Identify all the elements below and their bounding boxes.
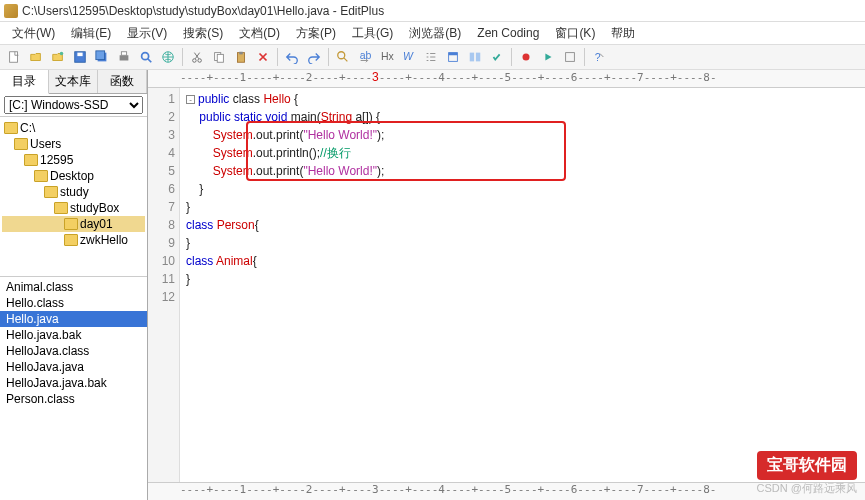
- hex-icon[interactable]: Hx: [377, 47, 397, 67]
- svg-point-17: [338, 52, 345, 59]
- file-item[interactable]: Animal.class: [0, 279, 147, 295]
- toolbar-sep: [182, 48, 183, 66]
- save-icon[interactable]: [70, 47, 90, 67]
- open-icon[interactable]: [26, 47, 46, 67]
- title-bar: C:\Users\12595\Desktop\study\studyBox\da…: [0, 0, 865, 22]
- svg-point-1: [60, 52, 64, 56]
- redo-icon[interactable]: [304, 47, 324, 67]
- file-list[interactable]: Animal.classHello.classHello.javaHello.j…: [0, 277, 147, 500]
- code-content[interactable]: -public class Hello { public static void…: [180, 88, 384, 482]
- file-item[interactable]: HelloJava.java: [0, 359, 147, 375]
- tree-node[interactable]: study: [2, 184, 145, 200]
- file-item[interactable]: Hello.java.bak: [0, 327, 147, 343]
- help-icon[interactable]: ?: [589, 47, 609, 67]
- delete-icon[interactable]: [253, 47, 273, 67]
- fold-icon[interactable]: -: [186, 95, 195, 104]
- macro-icon[interactable]: [560, 47, 580, 67]
- svg-rect-6: [120, 55, 129, 60]
- menu-doc[interactable]: 文档(D): [233, 23, 286, 44]
- tree-label: Users: [30, 137, 61, 151]
- svg-rect-3: [77, 53, 82, 57]
- browser-icon[interactable]: [158, 47, 178, 67]
- line-gutter: 123456789101112: [148, 88, 180, 482]
- tab-textlib[interactable]: 文本库: [49, 70, 98, 93]
- play-icon[interactable]: [538, 47, 558, 67]
- print-icon[interactable]: [114, 47, 134, 67]
- toolbar-sep: [584, 48, 585, 66]
- menu-edit[interactable]: 编辑(E): [65, 23, 117, 44]
- tree-node[interactable]: zwkHello: [2, 232, 145, 248]
- folder-tree[interactable]: C:\Users12595DesktopstudystudyBoxday01zw…: [0, 117, 147, 277]
- svg-text:W: W: [403, 50, 414, 62]
- menu-scheme[interactable]: 方案(P): [290, 23, 342, 44]
- tree-label: zwkHello: [80, 233, 128, 247]
- find-icon[interactable]: [333, 47, 353, 67]
- folder-icon: [4, 122, 18, 134]
- menu-file[interactable]: 文件(W): [6, 23, 61, 44]
- svg-line-9: [148, 59, 152, 63]
- tree-label: 12595: [40, 153, 73, 167]
- tree-label: study: [60, 185, 89, 199]
- menu-tools[interactable]: 工具(G): [346, 23, 399, 44]
- file-item[interactable]: HelloJava.java.bak: [0, 375, 147, 391]
- svg-rect-16: [239, 52, 243, 55]
- toolbar: ab Hx W ?: [0, 44, 865, 70]
- svg-rect-25: [476, 53, 480, 62]
- svg-rect-14: [217, 54, 223, 62]
- file-item[interactable]: Person.class: [0, 391, 147, 407]
- linenum-icon[interactable]: [421, 47, 441, 67]
- drive-selector[interactable]: [C:] Windows-SSD: [0, 94, 147, 117]
- ruler-top: ----+----1----+----2----+----3----+----4…: [148, 70, 865, 88]
- tree-label: C:\: [20, 121, 35, 135]
- svg-rect-0: [10, 52, 18, 63]
- menu-window[interactable]: 窗口(K): [549, 23, 601, 44]
- drive-dropdown[interactable]: [C:] Windows-SSD: [4, 96, 143, 114]
- toolbar-sep: [328, 48, 329, 66]
- menu-search[interactable]: 搜索(S): [177, 23, 229, 44]
- record-icon[interactable]: [516, 47, 536, 67]
- columns-icon[interactable]: [465, 47, 485, 67]
- wordwrap-icon[interactable]: W: [399, 47, 419, 67]
- code-editor[interactable]: 123456789101112 -public class Hello { pu…: [148, 88, 865, 482]
- editor-area: ----+----1----+----2----+----3----+----4…: [148, 70, 865, 500]
- tree-node[interactable]: day01: [2, 216, 145, 232]
- tree-node[interactable]: 12595: [2, 152, 145, 168]
- copy-icon[interactable]: [209, 47, 229, 67]
- window-title: C:\Users\12595\Desktop\study\studyBox\da…: [22, 4, 384, 18]
- tree-label: Desktop: [50, 169, 94, 183]
- svg-point-8: [142, 53, 149, 60]
- tree-node[interactable]: Desktop: [2, 168, 145, 184]
- watermark-badge: 宝哥软件园: [757, 451, 857, 480]
- sidebar-tabs: 目录 文本库 函数: [0, 70, 147, 94]
- tree-node[interactable]: C:\: [2, 120, 145, 136]
- folder-icon: [34, 170, 48, 182]
- paste-icon[interactable]: [231, 47, 251, 67]
- undo-icon[interactable]: [282, 47, 302, 67]
- svg-point-26: [523, 54, 530, 61]
- svg-point-12: [198, 59, 202, 63]
- file-item[interactable]: HelloJava.class: [0, 343, 147, 359]
- menu-view[interactable]: 显示(V): [121, 23, 173, 44]
- spell-icon[interactable]: [487, 47, 507, 67]
- file-item[interactable]: Hello.java: [0, 311, 147, 327]
- svg-line-18: [344, 58, 348, 62]
- tab-function[interactable]: 函数: [98, 70, 147, 93]
- folder-icon: [64, 234, 78, 246]
- tree-node[interactable]: Users: [2, 136, 145, 152]
- new-file-icon[interactable]: [4, 47, 24, 67]
- csdn-watermark: CSDN @何路远乘风: [757, 481, 857, 496]
- save-all-icon[interactable]: [92, 47, 112, 67]
- fullscreen-icon[interactable]: [443, 47, 463, 67]
- menu-help[interactable]: 帮助: [605, 23, 641, 44]
- preview-icon[interactable]: [136, 47, 156, 67]
- menu-browser[interactable]: 浏览器(B): [403, 23, 467, 44]
- menu-zen[interactable]: Zen Coding: [471, 24, 545, 42]
- file-item[interactable]: Hello.class: [0, 295, 147, 311]
- sidebar: 目录 文本库 函数 [C:] Windows-SSD C:\Users12595…: [0, 70, 148, 500]
- open-remote-icon[interactable]: [48, 47, 68, 67]
- tab-directory[interactable]: 目录: [0, 70, 49, 94]
- replace-icon[interactable]: ab: [355, 47, 375, 67]
- cut-icon[interactable]: [187, 47, 207, 67]
- tree-node[interactable]: studyBox: [2, 200, 145, 216]
- tree-label: studyBox: [70, 201, 119, 215]
